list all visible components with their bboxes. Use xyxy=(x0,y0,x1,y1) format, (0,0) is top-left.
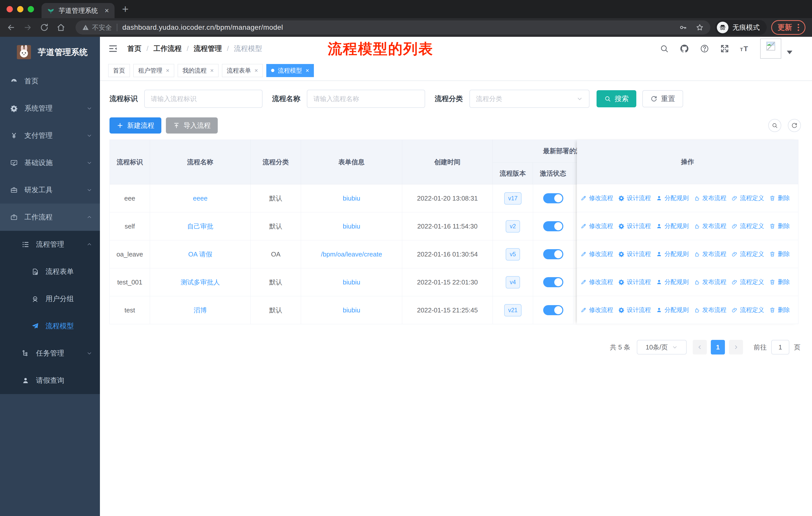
traffic-lights[interactable] xyxy=(0,0,41,18)
version-badge[interactable]: v21 xyxy=(504,304,522,317)
toggle-search-button[interactable] xyxy=(768,119,781,132)
process-name-input[interactable] xyxy=(307,90,425,108)
security-warning[interactable]: 不安全 xyxy=(82,23,112,32)
close-window-button[interactable] xyxy=(6,6,13,12)
version-badge[interactable]: v17 xyxy=(504,192,522,205)
refresh-table-button[interactable] xyxy=(788,119,801,132)
version-badge[interactable]: v2 xyxy=(506,220,520,233)
action-edit-link[interactable]: 修改流程 xyxy=(580,250,613,258)
reset-button[interactable]: 重置 xyxy=(642,90,683,107)
home-icon[interactable] xyxy=(56,23,65,32)
action-person-link[interactable]: 分配规则 xyxy=(656,306,689,314)
search-button[interactable]: 搜索 xyxy=(597,90,636,107)
action-trash-link[interactable]: 删除 xyxy=(769,222,790,230)
action-trash-link[interactable]: 删除 xyxy=(769,306,790,314)
sidebar-item-paper-plane[interactable]: 流程模型 xyxy=(0,313,100,340)
view-tab-3[interactable]: 流程表单× xyxy=(222,64,263,77)
view-tab-4[interactable]: 流程模型× xyxy=(266,64,314,77)
action-publish-link[interactable]: 发布流程 xyxy=(694,222,726,230)
action-edit-link[interactable]: 修改流程 xyxy=(580,306,613,314)
sidebar-item-gear[interactable]: 系统管理 xyxy=(0,95,100,122)
fullscreen-icon[interactable] xyxy=(720,44,729,53)
tab-close-icon[interactable]: × xyxy=(105,6,109,15)
action-gear-link[interactable]: 设计流程 xyxy=(618,278,651,286)
user-avatar[interactable] xyxy=(760,38,781,59)
action-definition-link[interactable]: 流程定义 xyxy=(731,278,764,286)
kebab-menu-icon[interactable] xyxy=(798,24,799,31)
create-process-button[interactable]: 新建流程 xyxy=(110,117,161,134)
sidebar-item-yen[interactable]: 支付管理 xyxy=(0,122,100,149)
forward-icon[interactable] xyxy=(23,23,32,32)
view-tab-2[interactable]: 我的流程× xyxy=(178,64,219,77)
process-key-input[interactable] xyxy=(144,90,263,108)
help-icon[interactable] xyxy=(700,44,709,53)
action-edit-link[interactable]: 修改流程 xyxy=(580,278,613,286)
goto-page-input[interactable] xyxy=(771,340,789,354)
bookmark-star-icon[interactable] xyxy=(696,23,704,31)
new-tab-button[interactable]: + xyxy=(122,1,128,17)
form-link[interactable]: biubiu xyxy=(343,222,360,230)
view-tab-0[interactable]: 首页 xyxy=(108,64,130,77)
action-edit-link[interactable]: 修改流程 xyxy=(580,222,613,230)
sidebar-item-monitor[interactable]: 基础设施 xyxy=(0,149,100,176)
tab-close-icon[interactable]: × xyxy=(255,67,258,74)
github-icon[interactable] xyxy=(679,44,689,53)
version-badge[interactable]: v5 xyxy=(506,248,520,261)
page-size-select[interactable]: 10条/页 xyxy=(637,340,687,354)
sidebar-item-person[interactable]: 请假查询 xyxy=(0,367,100,394)
view-tab-1[interactable]: 租户管理× xyxy=(134,64,174,77)
action-person-link[interactable]: 分配规则 xyxy=(656,278,689,286)
back-icon[interactable] xyxy=(6,23,16,32)
font-size-icon[interactable]: TT xyxy=(740,44,750,53)
breadcrumb-process-mgmt[interactable]: 流程管理 xyxy=(194,44,222,53)
url-text[interactable]: dashboard.yudao.iocoder.cn/bpm/manager/m… xyxy=(122,23,283,31)
hamburger-collapse-icon[interactable] xyxy=(108,44,118,53)
active-toggle[interactable] xyxy=(543,277,563,287)
maximize-window-button[interactable] xyxy=(28,6,34,12)
key-icon[interactable] xyxy=(679,23,687,31)
action-publish-link[interactable]: 发布流程 xyxy=(694,250,726,258)
sidebar-item-gauge[interactable]: 首页 xyxy=(0,67,100,95)
action-person-link[interactable]: 分配规则 xyxy=(656,222,689,230)
process-name-link[interactable]: 测试多审批人 xyxy=(181,278,220,287)
process-name-link[interactable]: eeee xyxy=(193,194,208,202)
action-publish-link[interactable]: 发布流程 xyxy=(694,306,726,314)
active-toggle[interactable] xyxy=(543,193,563,203)
browser-tab[interactable]: 芋道管理系统 × xyxy=(41,3,115,18)
tab-close-icon[interactable]: × xyxy=(210,67,214,74)
category-select[interactable]: 流程分类 xyxy=(469,90,589,108)
active-toggle[interactable] xyxy=(543,249,563,259)
action-gear-link[interactable]: 设计流程 xyxy=(618,222,651,230)
action-person-link[interactable]: 分配规则 xyxy=(656,250,689,258)
sidebar-item-face[interactable]: 用户分组 xyxy=(0,285,100,313)
action-definition-link[interactable]: 流程定义 xyxy=(731,250,764,258)
action-publish-link[interactable]: 发布流程 xyxy=(694,194,726,202)
form-link[interactable]: biubiu xyxy=(343,306,360,314)
tab-close-icon[interactable]: × xyxy=(166,67,169,74)
search-icon[interactable] xyxy=(660,44,669,53)
action-edit-link[interactable]: 修改流程 xyxy=(580,194,613,202)
sidebar-item-briefcase[interactable]: 工作流程 xyxy=(0,203,100,231)
page-number-1[interactable]: 1 xyxy=(711,340,725,354)
address-bar[interactable]: 不安全 dashboard.yudao.iocoder.cn/bpm/manag… xyxy=(76,20,710,34)
active-toggle[interactable] xyxy=(543,221,563,231)
sidebar-item-tree[interactable]: 任务管理 xyxy=(0,340,100,367)
sidebar-item-toolbox[interactable]: 研发工具 xyxy=(0,176,100,203)
action-definition-link[interactable]: 流程定义 xyxy=(731,194,764,202)
process-name-link[interactable]: OA 请假 xyxy=(188,250,212,259)
avatar-caret-icon[interactable] xyxy=(787,51,792,54)
sidebar-item-doc-edit[interactable]: 流程表单 xyxy=(0,258,100,285)
action-definition-link[interactable]: 流程定义 xyxy=(731,222,764,230)
active-toggle[interactable] xyxy=(543,305,563,315)
action-publish-link[interactable]: 发布流程 xyxy=(694,278,726,286)
tab-close-icon[interactable]: × xyxy=(306,67,309,74)
action-gear-link[interactable]: 设计流程 xyxy=(618,194,651,202)
prev-page-button[interactable] xyxy=(693,340,707,354)
app-logo-row[interactable]: 芋道管理系统 xyxy=(0,37,100,62)
next-page-button[interactable] xyxy=(729,340,743,354)
action-gear-link[interactable]: 设计流程 xyxy=(618,306,651,314)
form-link[interactable]: biubiu xyxy=(343,194,360,202)
sidebar-item-list[interactable]: 流程管理 xyxy=(0,231,100,258)
breadcrumb-home[interactable]: 首页 xyxy=(127,44,141,53)
action-person-link[interactable]: 分配规则 xyxy=(656,194,689,202)
